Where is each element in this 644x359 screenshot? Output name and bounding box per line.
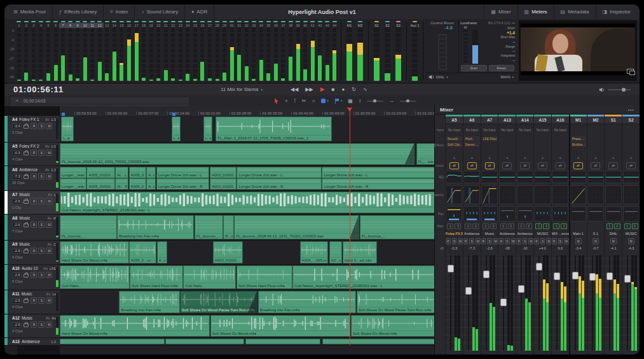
effect-plugin[interactable]: Phase ... [571, 136, 586, 141]
loudness-start-button[interactable]: Start [461, 65, 487, 71]
strip-record-button[interactable]: R [498, 238, 504, 244]
dynamics-thumbnail[interactable] [570, 185, 586, 205]
add-effect-button[interactable]: + [498, 155, 516, 161]
audio-clip[interactable] [245, 339, 320, 344]
strip-input[interactable]: No Input [534, 124, 551, 136]
add-effect-button[interactable]: + [463, 155, 481, 161]
track-header-a7[interactable]: A7MusicFxL-2.6RSM1 Clip [4, 191, 60, 215]
clip-color-dropdown[interactable]: ▾ [321, 99, 329, 103]
record-button[interactable]: ● [341, 87, 345, 92]
dynamics-thumbnail[interactable] [517, 185, 533, 205]
track-solo-button[interactable]: S [38, 123, 45, 129]
eq-thumbnail[interactable] [517, 171, 533, 184]
bus-assign-button[interactable]: 1 [553, 223, 559, 229]
audio-clip[interactable]: A004_...003.mov [300, 241, 328, 264]
add-effect-button[interactable]: + [622, 155, 640, 161]
audio-clip[interactable]: Al... R [115, 178, 128, 190]
loop-button[interactable]: ↻ [352, 87, 356, 92]
page-button-sound-library[interactable]: ♪Sound Library [135, 4, 185, 19]
track-mute-button[interactable]: M [46, 198, 52, 204]
bus-assign-button[interactable]: 1 [518, 223, 524, 229]
audio-clip[interactable]: Longer Drone 2ch.wav - L [236, 167, 321, 178]
insert-button[interactable]: ⇄ [573, 162, 583, 169]
audio-clip[interactable]: FL_bounce_2018-06-12_1031_T0003_C00003.w… [60, 143, 414, 165]
audio-clip[interactable]: A0...mov [329, 241, 342, 264]
track-record-button[interactable]: R [31, 123, 37, 129]
page-button-media-pool[interactable]: ⊞Media Pool [7, 4, 53, 19]
bus-assign-button[interactable]: 1 [535, 223, 542, 229]
strip-input[interactable] [570, 124, 587, 136]
dynamics-thumbnail[interactable] [587, 185, 604, 205]
strip-mute-button[interactable]: M [593, 238, 599, 244]
bus-assign-button[interactable]: 2 [472, 223, 479, 229]
add-effect-button[interactable]: + [605, 155, 622, 161]
strip-mute-button[interactable]: M [476, 238, 481, 244]
strip-input[interactable]: No Input [552, 124, 569, 136]
track-header-a8[interactable]: A8MusicFxR-2.6RSM7 Clips [4, 215, 60, 241]
effect-plugin[interactable]: Reverb [446, 136, 462, 141]
audio-clip[interactable]: FL_bounce_... [60, 215, 117, 239]
audio-clip[interactable]: FL_...wav [416, 143, 435, 165]
add-effect-button[interactable]: + [570, 155, 587, 161]
strip-record-button[interactable]: R [446, 238, 451, 244]
strip-record-button[interactable]: R [534, 238, 539, 244]
audio-clip[interactable]: Soft Shoes On Wood Pause Turn Run.m4a [180, 291, 257, 313]
track-record-button[interactable]: R [31, 297, 37, 304]
eq-thumbnail[interactable] [463, 171, 480, 184]
audio-clip[interactable] [322, 339, 435, 344]
panel-button-mixer[interactable]: ▦Mixer [484, 4, 517, 19]
track-solo-button[interactable]: S [38, 222, 45, 228]
razor-tool[interactable]: ✂ [302, 99, 306, 104]
audio-clip[interactable]: Longer Drone 2ch.wav - R [236, 178, 321, 190]
insert-button[interactable]: ⇄ [502, 162, 512, 169]
audio-clip[interactable]: A005_0...ov - L [129, 167, 146, 178]
pan-thumbnail[interactable] [587, 206, 604, 222]
insert-button[interactable]: ⇄ [520, 162, 530, 169]
strip-mute-button[interactable]: M [458, 238, 463, 244]
dynamics-thumbnail[interactable] [481, 185, 498, 205]
track-record-button[interactable]: R [31, 150, 37, 156]
add-effect-button[interactable]: + [481, 155, 498, 161]
dynamics-thumbnail[interactable] [623, 185, 640, 205]
expand-viewer-icon[interactable] [627, 69, 634, 74]
page-button-index[interactable]: ≡Index [104, 4, 135, 19]
pan-thumbnail[interactable] [517, 206, 533, 222]
bus-assign-button[interactable]: 1 [624, 223, 631, 229]
lock-icon[interactable] [24, 175, 29, 179]
pan-thumbnail[interactable] [623, 206, 640, 222]
fast-forward-button[interactable]: ▶▶ [305, 87, 313, 92]
eq-thumbnail[interactable] [552, 171, 568, 184]
audio-clip[interactable]: A005_01020... [86, 167, 114, 178]
add-effect-button[interactable]: + [552, 155, 569, 161]
audio-clip[interactable]: Hard Shoes On Wood.m4a [60, 315, 210, 337]
audio-clip[interactable]: Soft Shoes On Wood.m4a [351, 315, 435, 337]
fader-handle[interactable] [589, 273, 596, 281]
rewind-button[interactable]: ◀◀ [291, 87, 298, 92]
audio-clip[interactable]: Longer Drone 2ch.wav - R [322, 178, 435, 190]
track-solo-button[interactable]: S [38, 297, 45, 304]
insert-button[interactable]: ⇄ [626, 162, 636, 169]
audio-clip[interactable]: L..a [203, 116, 212, 141]
lock-icon[interactable] [24, 151, 29, 155]
automation-button[interactable]: ∿ [363, 87, 367, 92]
audio-clip[interactable]: A005_0...ov - R [129, 178, 146, 190]
audio-clip[interactable]: A003_01020... [213, 241, 243, 264]
strip-input[interactable] [605, 124, 622, 136]
add-effect-button[interactable]: + [516, 155, 533, 161]
stop-button[interactable]: ■ [332, 87, 335, 92]
bus-assign-button[interactable]: 2 [490, 223, 497, 229]
marker-tool[interactable]: ∩ [312, 99, 316, 104]
strip-mute-button[interactable]: M [575, 238, 582, 244]
strip-solo-button[interactable]: S [523, 238, 528, 244]
dynamics-thumbnail[interactable] [605, 185, 622, 205]
eq-thumbnail[interactable] [587, 171, 604, 184]
lock-icon[interactable] [24, 200, 29, 204]
fader-handle[interactable] [500, 299, 507, 306]
lock-icon[interactable] [24, 223, 29, 227]
fader-handle[interactable] [554, 272, 560, 280]
audio-clip[interactable] [60, 339, 165, 344]
audio-clip[interactable]: Cult-Natio... [183, 265, 236, 289]
bus-assign-button[interactable]: 1 [447, 223, 453, 229]
audio-clip[interactable]: Hard S...ed.mkv [343, 241, 377, 264]
loudness-reset-button[interactable]: Reset [489, 65, 515, 71]
